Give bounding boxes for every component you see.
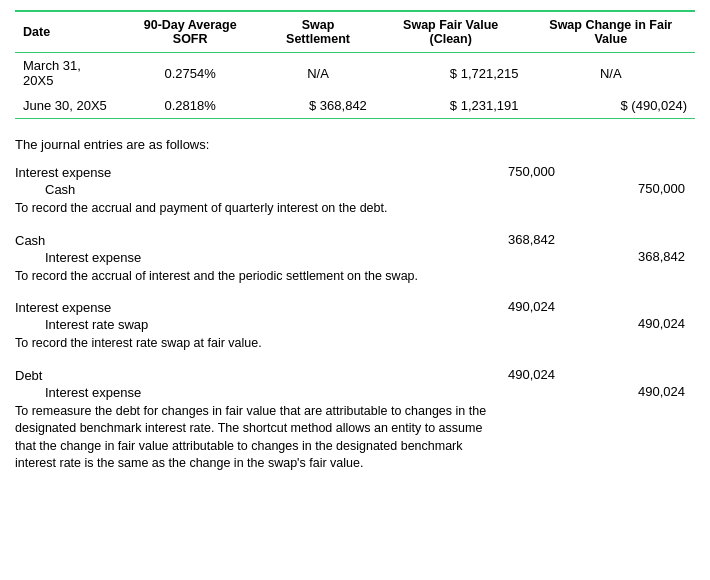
- je-label: Debt: [15, 367, 465, 384]
- je-description: To record the accrual and payment of qua…: [15, 198, 495, 218]
- journal-entries-section: Interest expense 750,000 Cash 750,000 To…: [15, 164, 695, 473]
- journal-block-4: Debt 490,024 Interest expense 490,024 To…: [15, 367, 695, 473]
- je-credit: [585, 232, 695, 249]
- je-row: Interest expense 368,842: [15, 249, 695, 266]
- je-debit: 490,024: [465, 299, 585, 316]
- row2-change: $ (490,024): [527, 93, 695, 119]
- col-header-sofr: 90-Day Average SOFR: [119, 11, 261, 53]
- je-row: Debt 490,024: [15, 367, 695, 384]
- je-row: Interest expense 750,000: [15, 164, 695, 181]
- je-description: To record the accrual of interest and th…: [15, 266, 495, 286]
- je-credit: 490,024: [585, 384, 695, 401]
- row2-sofr: 0.2818%: [119, 93, 261, 119]
- je-row: Interest expense 490,024: [15, 299, 695, 316]
- je-label: Interest expense: [15, 299, 465, 316]
- journal-block-2: Cash 368,842 Interest expense 368,842 To…: [15, 232, 695, 286]
- je-row: Cash 368,842: [15, 232, 695, 249]
- je-debit: [465, 249, 585, 266]
- swap-data-table: Date 90-Day Average SOFR Swap Settlement…: [15, 10, 695, 119]
- journal-block-1: Interest expense 750,000 Cash 750,000 To…: [15, 164, 695, 218]
- table-row: June 30, 20X5 0.2818% $ 368,842 $ 1,231,…: [15, 93, 695, 119]
- col-header-date: Date: [15, 11, 119, 53]
- je-debit: [465, 181, 585, 198]
- je-credit: 490,024: [585, 316, 695, 333]
- journal-block-3: Interest expense 490,024 Interest rate s…: [15, 299, 695, 353]
- table-row: March 31, 20X5 0.2754% N/A $ 1,721,215 N…: [15, 53, 695, 94]
- journal-intro-text: The journal entries are as follows:: [15, 137, 695, 152]
- je-debit: [465, 384, 585, 401]
- row2-fair-value: $ 1,231,191: [375, 93, 527, 119]
- row2-date: June 30, 20X5: [15, 93, 119, 119]
- je-label-indent: Interest rate swap: [15, 316, 465, 333]
- je-debit: 750,000: [465, 164, 585, 181]
- col-header-fair-value: Swap Fair Value (Clean): [375, 11, 527, 53]
- je-credit: [585, 367, 695, 384]
- row1-date: March 31, 20X5: [15, 53, 119, 94]
- je-row: Interest expense 490,024: [15, 384, 695, 401]
- col-header-change: Swap Change in Fair Value: [527, 11, 695, 53]
- je-debit: [465, 316, 585, 333]
- je-row: Interest rate swap 490,024: [15, 316, 695, 333]
- row1-settlement: N/A: [261, 53, 375, 94]
- row1-fair-value: $ 1,721,215: [375, 53, 527, 94]
- je-description: To record the interest rate swap at fair…: [15, 333, 495, 353]
- je-credit: 368,842: [585, 249, 695, 266]
- je-label-indent: Cash: [15, 181, 465, 198]
- je-label-indent: Interest expense: [15, 384, 465, 401]
- row2-settlement: $ 368,842: [261, 93, 375, 119]
- je-description: To remeasure the debt for changes in fai…: [15, 401, 495, 473]
- je-credit: 750,000: [585, 181, 695, 198]
- col-header-settlement: Swap Settlement: [261, 11, 375, 53]
- je-debit: 490,024: [465, 367, 585, 384]
- je-debit: 368,842: [465, 232, 585, 249]
- je-label-indent: Interest expense: [15, 249, 465, 266]
- row1-sofr: 0.2754%: [119, 53, 261, 94]
- row1-change: N/A: [527, 53, 695, 94]
- je-credit: [585, 299, 695, 316]
- je-label: Interest expense: [15, 164, 465, 181]
- je-row: Cash 750,000: [15, 181, 695, 198]
- je-label: Cash: [15, 232, 465, 249]
- je-credit: [585, 164, 695, 181]
